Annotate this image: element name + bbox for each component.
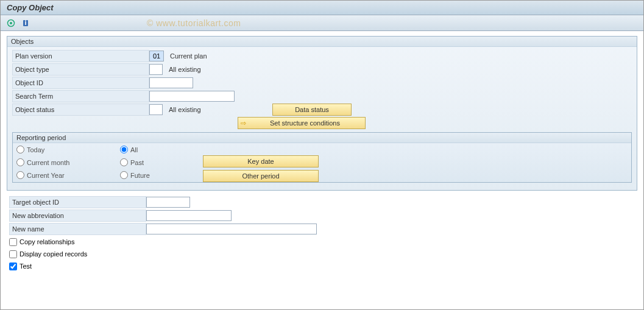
radio-past[interactable]: Past <box>120 158 181 166</box>
key-date-button[interactable]: Key date <box>203 155 319 167</box>
app-toolbar: i © www.tutorialkart.com <box>1 15 643 31</box>
new-name-label: New name <box>9 223 146 235</box>
search-term-label: Search Term <box>12 90 149 102</box>
object-type-label: Object type <box>12 63 149 76</box>
radio-current-month[interactable]: Current month <box>16 158 102 166</box>
object-id-label: Object ID <box>12 77 149 89</box>
objects-group: Objects Plan version Current plan Object… <box>7 36 637 191</box>
window-title: Copy Object <box>1 1 643 15</box>
plan-version-input[interactable] <box>149 51 164 62</box>
object-id-input[interactable] <box>149 77 193 88</box>
object-type-input[interactable] <box>149 64 163 75</box>
object-status-row: Object status All existing Data status <box>12 103 632 116</box>
new-name-row: New name <box>9 222 635 236</box>
object-id-row: Object ID <box>12 76 632 90</box>
main-content: Objects Plan version Current plan Object… <box>1 31 643 280</box>
radio-all[interactable]: All <box>120 146 181 153</box>
set-structure-button[interactable]: ⇨ Set structure conditions <box>238 117 366 129</box>
object-type-row: Object type All existing <box>12 63 632 76</box>
radio-future[interactable]: Future <box>120 171 181 179</box>
plan-version-label: Plan version <box>12 50 149 62</box>
other-period-button[interactable]: Other period <box>203 170 319 182</box>
display-copied-checkbox[interactable]: Display copied records <box>9 248 635 260</box>
svg-text:i: i <box>24 19 26 26</box>
new-abbrev-row: New abbreviation <box>9 209 635 222</box>
search-term-row: Search Term <box>12 90 632 103</box>
bottom-section: Target object ID New abbreviation New na… <box>7 196 637 275</box>
new-abbrev-label: New abbreviation <box>9 210 146 222</box>
target-object-id-input[interactable] <box>146 197 190 208</box>
object-type-desc: All existing <box>169 66 201 73</box>
new-name-input[interactable] <box>146 224 317 234</box>
info-icon[interactable]: i <box>20 18 31 29</box>
radio-today[interactable]: Today <box>16 146 102 153</box>
plan-version-row: Plan version Current plan <box>12 49 632 63</box>
svg-point-1 <box>10 22 12 24</box>
target-object-id-label: Target object ID <box>9 196 146 208</box>
search-term-input[interactable] <box>149 91 235 102</box>
copy-relationships-checkbox[interactable]: Copy relationships <box>9 236 635 248</box>
object-status-input[interactable] <box>149 104 163 115</box>
object-status-desc: All existing <box>169 106 260 113</box>
data-status-button[interactable]: Data status <box>272 104 352 116</box>
object-status-label: Object status <box>12 104 149 116</box>
execute-icon[interactable] <box>5 18 16 29</box>
target-object-id-row: Target object ID <box>9 196 635 209</box>
plan-version-desc: Current plan <box>170 52 207 60</box>
arrow-right-icon: ⇨ <box>241 119 246 127</box>
set-structure-label: Set structure conditions <box>247 119 363 127</box>
new-abbrev-input[interactable] <box>146 210 232 221</box>
reporting-period-group: Reporting period Today Current month Cur… <box>12 132 632 183</box>
test-checkbox[interactable]: Test <box>9 260 635 272</box>
watermark-text: © www.tutorialkart.com <box>147 18 241 28</box>
radio-current-year[interactable]: Current Year <box>16 171 102 179</box>
reporting-period-title: Reporting period <box>13 133 631 143</box>
objects-group-title: Objects <box>7 37 637 47</box>
